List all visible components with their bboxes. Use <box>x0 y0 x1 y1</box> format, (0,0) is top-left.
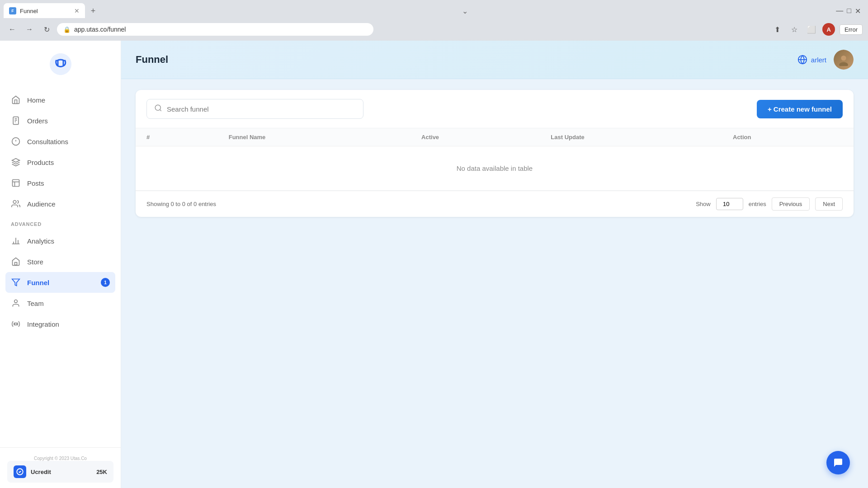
sidebar-item-consultations[interactable]: Consultations <box>0 131 121 152</box>
tab-favicon: F <box>9 7 16 14</box>
error-button[interactable]: Error <box>840 24 863 35</box>
entries-per-page-input[interactable] <box>716 198 743 210</box>
chat-icon <box>833 457 844 468</box>
sidebar-item-home[interactable]: Home <box>0 89 121 110</box>
user-avatar <box>834 50 854 70</box>
address-bar[interactable]: 🔒 app.utas.co/funnel <box>57 23 373 36</box>
user-name: arlert <box>811 56 826 64</box>
table-row-empty: No data available in table <box>136 146 854 191</box>
sidebar-item-analytics-label: Analytics <box>27 237 54 245</box>
svg-rect-16 <box>15 263 17 265</box>
funnel-toolbar: + Create new funnel <box>136 90 854 128</box>
extensions-icon[interactable]: ⬜ <box>805 23 818 36</box>
sidebar-item-posts-label: Posts <box>27 179 44 187</box>
consultations-icon <box>11 136 21 146</box>
table-container: # Funnel Name Active Last Update Action … <box>136 128 854 191</box>
search-icon <box>154 104 162 114</box>
new-tab-button[interactable]: + <box>87 5 99 17</box>
funnel-table: # Funnel Name Active Last Update Action … <box>136 128 854 191</box>
sidebar-item-team[interactable]: Team <box>0 293 121 314</box>
main-content: Funnel arlert <box>121 41 868 488</box>
svg-point-23 <box>841 56 846 61</box>
chat-bubble-button[interactable] <box>826 451 850 474</box>
table-header: # Funnel Name Active Last Update Action <box>136 128 854 146</box>
advanced-section-label: ADVANCED <box>0 214 121 230</box>
products-icon <box>11 157 21 167</box>
sidebar-item-consultations-label: Consultations <box>27 138 68 145</box>
sidebar-nav: Home Orders Consultations Products <box>0 86 121 447</box>
utas-logo-icon <box>48 52 73 77</box>
showing-text: Showing 0 to 0 of 0 entries <box>146 201 216 207</box>
search-box[interactable] <box>146 99 363 119</box>
sidebar-item-funnel-label: Funnel <box>27 279 49 286</box>
page-header: Funnel arlert <box>121 41 868 79</box>
globe-icon <box>797 55 807 65</box>
sidebar-item-products[interactable]: Products <box>0 152 121 173</box>
page-title: Funnel <box>136 54 168 66</box>
browser-tab-active[interactable]: F Funnel ✕ <box>4 3 85 19</box>
avatar-image <box>834 50 854 70</box>
browser-chrome: F Funnel ✕ + ⌄ — □ ✕ ← → ↻ 🔒 app.utas.co… <box>0 0 868 41</box>
svg-point-25 <box>155 105 160 110</box>
sidebar-item-analytics[interactable]: Analytics <box>0 230 121 251</box>
funnel-icon <box>11 277 21 287</box>
svg-point-18 <box>14 300 18 303</box>
sidebar-item-funnel[interactable]: Funnel 1 <box>5 272 115 293</box>
window-controls: — □ ✕ <box>836 7 864 15</box>
tab-title: Funnel <box>20 8 71 14</box>
sidebar-item-posts[interactable]: Posts <box>0 173 121 193</box>
forward-button[interactable]: → <box>23 23 36 36</box>
sidebar: Home Orders Consultations Products <box>0 41 121 488</box>
window-close-button[interactable]: ✕ <box>855 7 861 15</box>
window-maximize-button[interactable]: □ <box>847 7 851 15</box>
ucredit-bar[interactable]: Ucredit 25K <box>7 461 113 483</box>
toolbar-actions: ⬆ ☆ ⬜ A Error <box>771 23 863 36</box>
home-icon <box>11 95 21 105</box>
profile-button[interactable]: A <box>822 23 835 36</box>
sidebar-item-orders[interactable]: Orders <box>0 110 121 131</box>
pagination-controls: Show entries Previous Next <box>696 197 843 211</box>
sidebar-item-audience-label: Audience <box>27 200 56 208</box>
sidebar-logo <box>0 41 121 86</box>
sidebar-item-orders-label: Orders <box>27 117 48 125</box>
entries-label: entries <box>749 201 766 207</box>
search-input[interactable] <box>167 105 356 113</box>
col-action: Action <box>722 128 854 146</box>
svg-marker-17 <box>12 279 20 286</box>
share-icon[interactable]: ⬆ <box>771 23 783 36</box>
funnel-active-badge: 1 <box>101 278 110 287</box>
globe-button[interactable]: arlert <box>797 55 826 65</box>
col-number: # <box>136 128 218 146</box>
refresh-button[interactable]: ↻ <box>40 23 53 36</box>
svg-marker-7 <box>12 159 20 162</box>
sidebar-footer: Copyright © 2023 Utas.Co Ucredit 25K <box>0 447 121 488</box>
ucredit-amount: 25K <box>96 469 107 475</box>
svg-point-19 <box>15 323 17 325</box>
sidebar-item-store[interactable]: Store <box>0 251 121 272</box>
bookmark-icon[interactable]: ☆ <box>788 23 801 36</box>
create-funnel-button[interactable]: + Create new funnel <box>757 100 843 118</box>
sidebar-item-team-label: Team <box>27 300 44 307</box>
svg-line-26 <box>160 109 161 111</box>
back-button[interactable]: ← <box>5 23 19 36</box>
col-last-update: Last Update <box>540 128 722 146</box>
sidebar-item-products-label: Products <box>27 159 54 166</box>
col-active: Active <box>410 128 540 146</box>
tab-close-button[interactable]: ✕ <box>74 7 80 14</box>
analytics-icon <box>11 236 21 246</box>
previous-button[interactable]: Previous <box>772 197 810 211</box>
content-area: + Create new funnel # Funnel Name Active… <box>121 79 868 488</box>
sidebar-item-integration[interactable]: Integration <box>0 314 121 334</box>
window-minimize-button[interactable]: — <box>836 7 843 15</box>
app-container: Home Orders Consultations Products <box>0 41 868 488</box>
sidebar-item-store-label: Store <box>27 258 43 266</box>
svg-point-24 <box>839 62 848 66</box>
next-button[interactable]: Next <box>815 197 843 211</box>
lock-icon: 🔒 <box>63 26 71 33</box>
integration-icon <box>11 319 21 329</box>
sidebar-item-audience[interactable]: Audience <box>0 193 121 214</box>
orders-icon <box>11 116 21 126</box>
browser-toolbar: ← → ↻ 🔒 app.utas.co/funnel ⬆ ☆ ⬜ A Error <box>0 18 868 41</box>
tab-overflow-button[interactable]: ⌄ <box>462 7 473 15</box>
copyright-text: Copyright © 2023 Utas.Co <box>7 456 113 461</box>
